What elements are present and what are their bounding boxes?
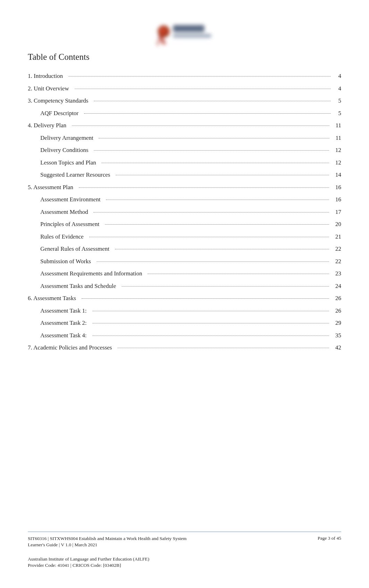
toc-entry-page: 22	[330, 244, 341, 253]
toc-row: Assessment Environment16	[28, 195, 341, 204]
toc-row: Lesson Topics and Plan12	[28, 158, 341, 167]
toc-leader-dots	[79, 187, 329, 188]
toc-entry-page: 42	[330, 343, 341, 352]
table-of-contents: 1. Introduction42. Unit Overview43. Comp…	[28, 72, 341, 352]
toc-leader-dots	[75, 89, 331, 89]
toc-row: 4. Delivery Plan11	[28, 121, 341, 130]
toc-leader-dots	[94, 150, 329, 151]
toc-entry-label: Rules of Evidence	[40, 232, 88, 241]
toc-leader-dots	[148, 274, 329, 274]
toc-leader-dots	[105, 224, 329, 225]
toc-entry-page: 4	[332, 84, 341, 93]
toc-leader-dots	[117, 348, 329, 348]
toc-leader-dots	[122, 286, 329, 287]
toc-row: Assessment Task 2:29	[28, 319, 341, 328]
toc-entry-page: 29	[330, 319, 341, 328]
toc-leader-dots	[68, 76, 331, 76]
toc-leader-dots	[106, 200, 329, 200]
document-page: A Table of Contents 1. Introduction42. U…	[0, 0, 369, 588]
toc-leader-dots	[101, 163, 329, 163]
toc-leader-dots	[93, 212, 329, 212]
toc-leader-dots	[72, 126, 329, 126]
toc-entry-label: 3. Competency Standards	[28, 96, 92, 105]
toc-row: Assessment Method17	[28, 208, 341, 217]
toc-entry-label: 1. Introduction	[28, 72, 67, 81]
toc-entry-page: 20	[330, 220, 341, 229]
footer-doc-title: SIT60316 | SITXWHS004 Establish and Main…	[28, 535, 187, 542]
toc-entry-label: Assessment Task 2:	[40, 319, 91, 328]
toc-entry-label: 6. Assessment Tasks	[28, 294, 80, 303]
toc-row: Delivery Arrangement11	[28, 134, 341, 143]
toc-entry-page: 12	[330, 146, 341, 155]
toc-entry-label: Assessment Tasks and Schedule	[40, 282, 120, 291]
toc-entry-label: 4. Delivery Plan	[28, 121, 71, 130]
toc-row: 1. Introduction4	[28, 72, 341, 81]
toc-entry-page: 5	[332, 109, 341, 118]
footer-doc-version: Learner's Guide | V 1.0 | March 2021	[28, 542, 187, 548]
toc-entry-label: Assessment Task 4:	[40, 331, 91, 340]
toc-entry-page: 23	[330, 269, 341, 278]
toc-entry-label: 5. Assessment Plan	[28, 183, 77, 192]
toc-leader-dots	[94, 101, 331, 101]
toc-entry-page: 11	[331, 121, 341, 130]
toc-leader-dots	[99, 138, 329, 138]
toc-row: Suggested Learner Resources14	[28, 170, 341, 179]
toc-entry-page: 26	[330, 306, 341, 315]
toc-row: 7. Academic Policies and Processes42	[28, 343, 341, 352]
toc-row: AQF Descriptor5	[28, 109, 341, 118]
toc-leader-dots	[82, 298, 329, 299]
toc-row: Delivery Conditions12	[28, 146, 341, 155]
toc-entry-label: Principles of Assessment	[40, 220, 104, 229]
toc-entry-label: Assessment Task 1:	[40, 306, 91, 315]
toc-row: Assessment Task 1:26	[28, 306, 341, 315]
footer-org-name: Australian Institute of Language and Fur…	[28, 556, 341, 562]
toc-leader-dots	[116, 175, 329, 175]
toc-leader-dots	[89, 237, 329, 237]
toc-leader-dots	[115, 249, 329, 249]
toc-entry-label: AQF Descriptor	[40, 109, 83, 118]
toc-entry-label: Assessment Method	[40, 208, 92, 217]
footer-line-1: SIT60316 | SITXWHS004 Establish and Main…	[28, 535, 341, 548]
toc-entry-label: 7. Academic Policies and Processes	[28, 343, 116, 352]
toc-entry-label: Delivery Arrangement	[40, 134, 97, 143]
logo-area: A	[28, 17, 341, 45]
toc-entry-page: 14	[330, 170, 341, 179]
page-number: Page 3 of 45	[318, 535, 341, 548]
toc-entry-page: 35	[330, 331, 341, 340]
toc-row: Submission of Works22	[28, 257, 341, 266]
toc-leader-dots	[97, 261, 329, 262]
toc-leader-dots	[92, 323, 329, 323]
toc-entry-page: 17	[330, 208, 341, 217]
toc-entry-page: 26	[330, 294, 341, 303]
toc-entry-label: Lesson Topics and Plan	[40, 158, 100, 167]
toc-entry-page: 16	[330, 195, 341, 204]
toc-entry-page: 4	[332, 72, 341, 81]
toc-entry-label: Assessment Requirements and Information	[40, 269, 146, 278]
toc-entry-label: 2. Unit Overview	[28, 84, 73, 93]
toc-entry-label: Suggested Learner Resources	[40, 170, 114, 179]
toc-row: General Rules of Assessment22	[28, 244, 341, 253]
toc-row: 6. Assessment Tasks26	[28, 294, 341, 303]
toc-leader-dots	[84, 113, 331, 114]
toc-row: Assessment Tasks and Schedule24	[28, 282, 341, 291]
toc-row: Assessment Task 4:35	[28, 331, 341, 340]
toc-row: Assessment Requirements and Information2…	[28, 269, 341, 278]
toc-row: 2. Unit Overview4	[28, 84, 341, 93]
page-footer: SIT60316 | SITXWHS004 Establish and Main…	[28, 531, 341, 569]
toc-entry-page: 21	[330, 232, 341, 241]
toc-row: Rules of Evidence21	[28, 232, 341, 241]
toc-entry-page: 12	[330, 158, 341, 167]
toc-entry-page: 11	[331, 134, 341, 143]
toc-entry-label: Delivery Conditions	[40, 146, 92, 155]
toc-row: Principles of Assessment20	[28, 220, 341, 229]
footer-provider-codes: Provider Code: 41041 | CRICOS Code: [034…	[28, 562, 341, 569]
footer-rule	[28, 531, 341, 532]
toc-entry-label: Assessment Environment	[40, 195, 105, 204]
toc-leader-dots	[92, 311, 329, 311]
toc-leader-dots	[92, 336, 329, 336]
toc-entry-page: 22	[330, 257, 341, 266]
toc-entry-label: General Rules of Assessment	[40, 244, 114, 253]
toc-entry-label: Submission of Works	[40, 257, 95, 266]
toc-entry-page: 24	[330, 282, 341, 291]
institution-logo-blurred: A	[146, 17, 223, 45]
